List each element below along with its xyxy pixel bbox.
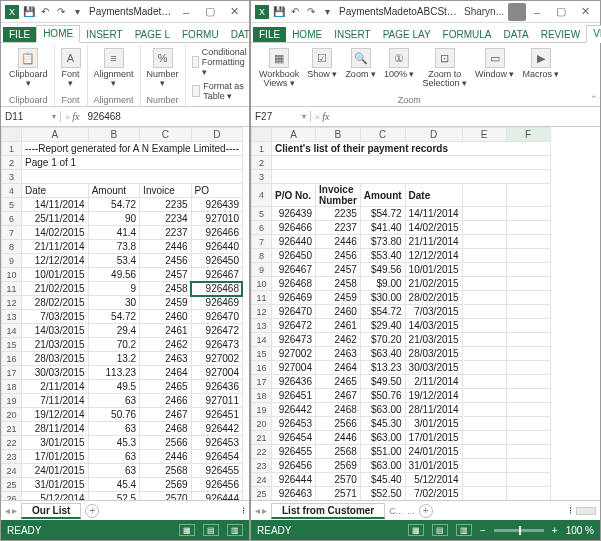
formula-field[interactable]: 926468 xyxy=(84,111,249,122)
cell[interactable] xyxy=(506,221,550,235)
save-icon[interactable]: 💾 xyxy=(23,6,35,18)
cell[interactable]: 45.4 xyxy=(88,478,139,492)
cell[interactable] xyxy=(462,305,506,319)
cell[interactable]: 926472 xyxy=(191,324,242,338)
cell[interactable]: 17/01/2015 xyxy=(405,431,462,445)
cell[interactable]: 926466 xyxy=(272,221,316,235)
cell[interactable]: 926473 xyxy=(191,338,242,352)
cell[interactable]: 21/11/2014 xyxy=(22,240,89,254)
cell[interactable]: 926451 xyxy=(272,389,316,403)
cell[interactable]: 926453 xyxy=(272,417,316,431)
ribbon-collapse-icon[interactable]: ⌃ xyxy=(590,94,598,104)
cell[interactable]: 2467 xyxy=(316,389,361,403)
cell[interactable]: 926444 xyxy=(272,473,316,487)
row-header-6[interactable]: 6 xyxy=(2,212,22,226)
cell[interactable] xyxy=(506,305,550,319)
row-header-22[interactable]: 22 xyxy=(2,436,22,450)
row-header-25[interactable]: 25 xyxy=(2,478,22,492)
cell[interactable]: $45.30 xyxy=(360,417,405,431)
cell[interactable]: 7/03/2015 xyxy=(405,305,462,319)
cell[interactable]: 52.5 xyxy=(88,492,139,501)
cell[interactable]: 2464 xyxy=(316,361,361,375)
cell[interactable]: $29.40 xyxy=(360,319,405,333)
cell[interactable] xyxy=(506,207,550,221)
row-header-7[interactable]: 7 xyxy=(252,235,272,249)
100%-button[interactable]: ①100% ▾ xyxy=(382,46,417,81)
tab-file[interactable]: FILE xyxy=(3,27,36,42)
cell[interactable]: 7/11/2014 xyxy=(22,394,89,408)
cell[interactable] xyxy=(462,333,506,347)
zoom-out-icon[interactable]: − xyxy=(480,525,486,536)
cell[interactable]: 49.5 xyxy=(88,380,139,394)
cell[interactable]: $63.00 xyxy=(360,459,405,473)
cell[interactable]: 12/12/2014 xyxy=(22,254,89,268)
row-header-4[interactable]: 4 xyxy=(252,184,272,207)
cell[interactable]: 926454 xyxy=(191,450,242,464)
cell[interactable]: 31/01/2015 xyxy=(405,459,462,473)
cell[interactable]: 28/11/2014 xyxy=(405,403,462,417)
cell[interactable] xyxy=(506,417,550,431)
cell[interactable]: 30/03/2015 xyxy=(22,366,89,380)
cell[interactable] xyxy=(506,459,550,473)
cell[interactable]: $49.56 xyxy=(360,263,405,277)
grid-left[interactable]: ABCD1----Report generated for A N Exampl… xyxy=(1,127,249,500)
cell[interactable] xyxy=(506,375,550,389)
cell[interactable]: 25/11/2014 xyxy=(22,212,89,226)
row-header-24[interactable]: 24 xyxy=(252,473,272,487)
tab-split-icon[interactable]: ⁝ xyxy=(569,505,572,516)
cell[interactable]: 2/11/2014 xyxy=(22,380,89,394)
cell[interactable]: 2459 xyxy=(140,296,191,310)
row-header-9[interactable]: 9 xyxy=(252,263,272,277)
cell[interactable]: 21/02/2015 xyxy=(405,277,462,291)
row-header-13[interactable]: 13 xyxy=(2,310,22,324)
tab-nav-next-icon[interactable]: ▸ xyxy=(12,505,17,516)
cell[interactable] xyxy=(506,487,550,501)
cell[interactable]: 113.23 xyxy=(88,366,139,380)
cell[interactable]: 926444 xyxy=(191,492,242,501)
tab-file[interactable]: FILE xyxy=(253,27,286,42)
cell[interactable]: 2456 xyxy=(316,249,361,263)
close-icon[interactable]: ✕ xyxy=(574,5,596,19)
macros-button[interactable]: ▶Macros ▾ xyxy=(520,46,561,81)
cell[interactable]: 926442 xyxy=(272,403,316,417)
cell[interactable]: Page 1 of 1 xyxy=(22,156,243,170)
new-sheet-button[interactable]: + xyxy=(85,504,99,518)
tab-split-icon[interactable]: ⁝ xyxy=(242,505,245,516)
close-icon[interactable]: ✕ xyxy=(223,5,245,19)
cell[interactable] xyxy=(462,319,506,333)
row-header-3[interactable]: 3 xyxy=(2,170,22,184)
cell[interactable]: 13.2 xyxy=(88,352,139,366)
title-cell[interactable]: Client's list of their payment records xyxy=(272,142,551,156)
col-header-C[interactable]: C xyxy=(140,128,191,142)
cell[interactable]: 926455 xyxy=(191,464,242,478)
row-header-15[interactable]: 15 xyxy=(252,347,272,361)
cell[interactable] xyxy=(462,221,506,235)
cell[interactable]: 2568 xyxy=(140,464,191,478)
cell[interactable]: 9 xyxy=(88,282,139,296)
cell[interactable] xyxy=(462,361,506,375)
tab-data[interactable]: DATA xyxy=(498,27,535,42)
maximize-icon[interactable]: ▢ xyxy=(550,5,572,19)
cell[interactable]: 90 xyxy=(88,212,139,226)
cell[interactable]: 926468 xyxy=(191,282,242,296)
tab-formula[interactable]: FORMULA xyxy=(437,27,498,42)
cell[interactable]: $73.80 xyxy=(360,235,405,249)
redo-icon[interactable]: ↷ xyxy=(305,6,317,18)
save-icon[interactable]: 💾 xyxy=(273,6,285,18)
cell[interactable]: $9.00 xyxy=(360,277,405,291)
cell[interactable]: 2460 xyxy=(140,310,191,324)
row-header-3[interactable]: 3 xyxy=(252,170,272,184)
tab-home[interactable]: HOME xyxy=(36,25,80,43)
row-header-16[interactable]: 16 xyxy=(2,352,22,366)
cell[interactable]: 926440 xyxy=(272,235,316,249)
cell[interactable] xyxy=(462,459,506,473)
cell[interactable]: ----Report generated for A N Example Lim… xyxy=(22,142,243,156)
cell[interactable]: $50.76 xyxy=(360,389,405,403)
col-header-F[interactable]: F xyxy=(506,128,550,142)
cell[interactable]: $49.50 xyxy=(360,375,405,389)
cell[interactable]: 926439 xyxy=(272,207,316,221)
cell[interactable]: 2568 xyxy=(316,445,361,459)
cell[interactable]: 2467 xyxy=(140,408,191,422)
cell[interactable]: 926456 xyxy=(191,478,242,492)
cell[interactable]: 926467 xyxy=(272,263,316,277)
